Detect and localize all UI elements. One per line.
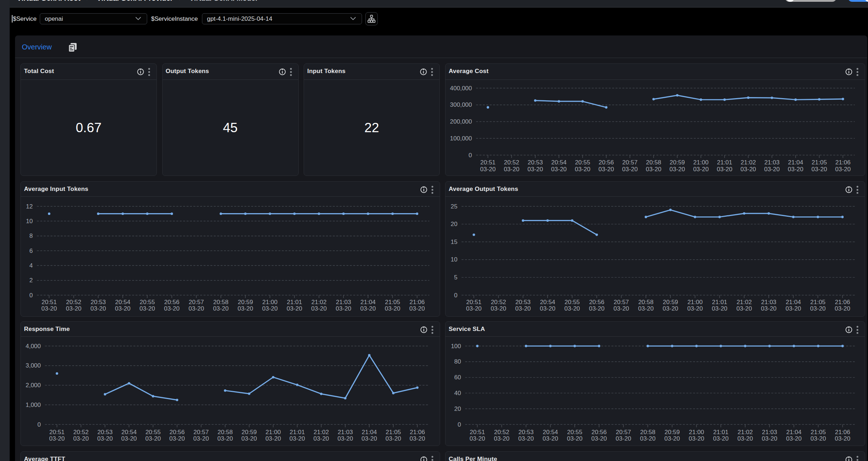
svg-text:03-20: 03-20 [164,305,179,312]
svg-text:2: 2 [29,277,33,284]
svg-text:03-20: 03-20 [360,305,376,312]
svg-text:6: 6 [29,248,33,254]
svg-text:03-20: 03-20 [49,435,64,442]
svg-text:10: 10 [26,218,33,225]
svg-text:20:56: 20:56 [164,299,179,306]
svg-text:21:01: 21:01 [290,429,305,436]
svg-text:03-20: 03-20 [491,305,506,312]
svg-text:21:01: 21:01 [717,159,732,166]
svg-text:21:06: 21:06 [410,429,425,436]
svg-text:03-20: 03-20 [527,166,543,173]
svg-text:03-20: 03-20 [311,305,327,312]
svg-text:03-20: 03-20 [362,435,377,442]
svg-text:03-20: 03-20 [189,305,204,312]
svg-text:03-20: 03-20 [712,305,727,312]
svg-text:20:57: 20:57 [193,429,209,436]
svg-text:21:05: 21:05 [811,429,826,436]
svg-text:20:53: 20:53 [91,299,106,306]
svg-text:03-20: 03-20 [289,435,305,442]
svg-text:21:02: 21:02 [741,159,756,166]
svg-text:4: 4 [29,262,33,269]
svg-text:03-20: 03-20 [589,305,604,312]
svg-text:21:05: 21:05 [810,299,826,306]
svg-text:03-20: 03-20 [811,166,827,173]
svg-text:03-20: 03-20 [670,166,685,173]
svg-text:40: 40 [454,390,461,397]
svg-text:03-20: 03-20 [410,435,425,442]
svg-text:100,000: 100,000 [450,135,472,142]
svg-text:21:02: 21:02 [311,299,327,306]
svg-text:20:53: 20:53 [97,429,113,436]
svg-text:20:59: 20:59 [665,429,680,436]
svg-text:03-20: 03-20 [663,305,678,312]
svg-text:03-20: 03-20 [737,435,753,442]
svg-text:20:53: 20:53 [527,159,543,166]
svg-text:20:57: 20:57 [622,159,638,166]
svg-text:03-20: 03-20 [646,166,661,173]
svg-text:0: 0 [454,292,457,299]
svg-text:20:58: 20:58 [640,429,656,436]
svg-text:03-20: 03-20 [689,435,704,442]
svg-text:03-20: 03-20 [717,166,732,173]
svg-text:20:51: 20:51 [466,299,482,306]
svg-text:03-20: 03-20 [713,435,728,442]
svg-text:03-20: 03-20 [213,305,228,312]
svg-text:03-20: 03-20 [551,166,566,173]
svg-text:20:55: 20:55 [140,299,155,306]
svg-text:21:02: 21:02 [738,429,753,436]
svg-text:400,000: 400,000 [450,85,472,92]
svg-text:03-20: 03-20 [140,305,155,312]
svg-text:21:04: 21:04 [362,429,377,436]
svg-text:03-20: 03-20 [540,305,555,312]
svg-text:20:54: 20:54 [540,299,555,306]
svg-text:20:55: 20:55 [565,299,580,306]
svg-text:20:56: 20:56 [592,429,607,436]
svg-text:60: 60 [454,374,461,381]
svg-text:03-20: 03-20 [835,166,850,173]
svg-text:21:03: 21:03 [764,159,780,166]
svg-text:20:52: 20:52 [504,159,519,166]
svg-text:21:01: 21:01 [287,299,302,306]
svg-text:03-20: 03-20 [638,305,654,312]
svg-text:21:00: 21:00 [693,159,709,166]
svg-text:20:53: 20:53 [519,429,534,436]
svg-text:03-20: 03-20 [664,435,680,442]
svg-text:03-20: 03-20 [835,305,850,312]
svg-text:12: 12 [26,203,33,210]
svg-text:300,000: 300,000 [450,101,472,108]
svg-text:21:02: 21:02 [737,299,752,306]
svg-text:21:03: 21:03 [336,299,351,306]
svg-text:03-20: 03-20 [810,305,825,312]
svg-text:03-20: 03-20 [518,435,534,442]
svg-text:03-20: 03-20 [788,166,803,173]
svg-text:4,000: 4,000 [25,343,41,350]
svg-text:21:06: 21:06 [835,299,850,306]
svg-text:21:01: 21:01 [713,429,729,436]
svg-text:20:55: 20:55 [145,429,161,436]
svg-text:20:59: 20:59 [663,299,678,306]
svg-text:20:58: 20:58 [217,429,233,436]
svg-text:03-20: 03-20 [469,435,485,442]
svg-text:20:57: 20:57 [616,429,631,436]
svg-text:0: 0 [458,421,461,428]
svg-text:0: 0 [469,152,472,159]
svg-text:8: 8 [29,232,33,239]
svg-text:20:58: 20:58 [646,159,661,166]
svg-text:03-20: 03-20 [336,305,351,312]
svg-text:80: 80 [454,358,461,365]
svg-text:20:55: 20:55 [575,159,590,166]
svg-text:03-20: 03-20 [169,435,185,442]
svg-text:0: 0 [29,292,33,299]
svg-text:20:54: 20:54 [121,429,137,436]
svg-text:20:52: 20:52 [73,429,89,436]
svg-text:03-20: 03-20 [217,435,233,442]
svg-text:10: 10 [451,256,458,263]
svg-text:03-20: 03-20 [193,435,209,442]
svg-text:21:01: 21:01 [712,299,727,306]
svg-text:03-20: 03-20 [91,305,106,312]
svg-text:20:51: 20:51 [42,299,57,306]
svg-text:03-20: 03-20 [287,305,302,312]
svg-text:03-20: 03-20 [687,305,703,312]
svg-text:20:59: 20:59 [670,159,685,166]
svg-text:20:55: 20:55 [567,429,583,436]
